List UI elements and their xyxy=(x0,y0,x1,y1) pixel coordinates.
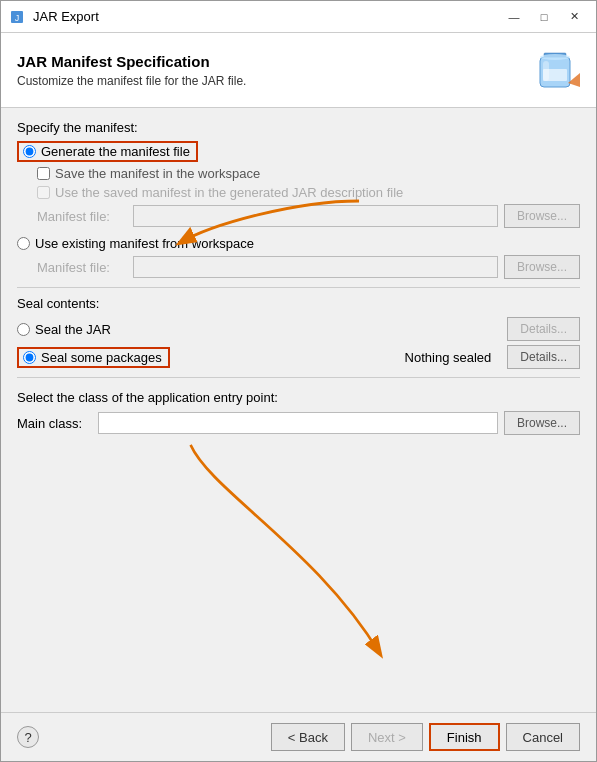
title-bar: J JAR Export — □ ✕ xyxy=(1,1,596,33)
manifest-file-row1: Manifest file: Browse... xyxy=(37,204,580,228)
seal-packages-label: Seal some packages xyxy=(41,350,162,365)
seal-jar-row: Seal the JAR Details... xyxy=(17,317,580,341)
footer-right: < Back Next > Finish Cancel xyxy=(271,723,580,751)
header-section: JAR Manifest Specification Customize the… xyxy=(1,33,596,108)
manifest-section-label: Specify the manifest: xyxy=(17,120,580,135)
main-class-input[interactable] xyxy=(98,412,498,434)
manifest-file-label1: Manifest file: xyxy=(37,209,127,224)
nothing-sealed-status: Nothing sealed xyxy=(405,350,492,365)
generate-manifest-option[interactable]: Generate the manifest file xyxy=(17,141,580,162)
title-bar-left: J JAR Export xyxy=(9,9,99,25)
divider1 xyxy=(17,287,580,288)
back-button[interactable]: < Back xyxy=(271,723,345,751)
use-existing-radio[interactable] xyxy=(17,237,30,250)
jar-export-window: J JAR Export — □ ✕ JAR Manifest Specific… xyxy=(0,0,597,762)
jar-icon xyxy=(530,45,580,95)
browse-button-2[interactable]: Browse... xyxy=(504,255,580,279)
save-manifest-label: Save the manifest in the workspace xyxy=(55,166,260,181)
seal-jar-details-button[interactable]: Details... xyxy=(507,317,580,341)
use-saved-label: Use the saved manifest in the generated … xyxy=(55,185,403,200)
svg-text:J: J xyxy=(15,13,20,23)
manifest-file-label2: Manifest file: xyxy=(37,260,127,275)
title-bar-controls: — □ ✕ xyxy=(500,6,588,28)
page-title: JAR Manifest Specification xyxy=(17,53,246,70)
save-manifest-row[interactable]: Save the manifest in the workspace xyxy=(37,166,580,181)
manifest-file-input2[interactable] xyxy=(133,256,498,278)
seal-jar-left[interactable]: Seal the JAR xyxy=(17,322,111,337)
seal-packages-details-button[interactable]: Details... xyxy=(507,345,580,369)
page-subtitle: Customize the manifest file for the JAR … xyxy=(17,74,246,88)
seal-packages-row: Seal some packages Nothing sealed Detail… xyxy=(17,345,580,369)
close-button[interactable]: ✕ xyxy=(560,6,588,28)
use-saved-row[interactable]: Use the saved manifest in the generated … xyxy=(37,185,580,200)
header-text: JAR Manifest Specification Customize the… xyxy=(17,53,246,88)
window-icon: J xyxy=(9,9,25,25)
main-class-label: Main class: xyxy=(17,416,92,431)
seal-section: Seal contents: Seal the JAR Details... S… xyxy=(17,296,580,369)
maximize-button[interactable]: □ xyxy=(530,6,558,28)
entry-section: Select the class of the application entr… xyxy=(17,390,580,435)
seal-packages-left[interactable]: Seal some packages xyxy=(17,347,170,368)
divider2 xyxy=(17,377,580,378)
use-saved-checkbox[interactable] xyxy=(37,186,50,199)
content-area: Specify the manifest: Generate the manif… xyxy=(1,108,596,712)
footer: ? < Back Next > Finish Cancel xyxy=(1,712,596,761)
svg-point-4 xyxy=(540,54,570,60)
next-button[interactable]: Next > xyxy=(351,723,423,751)
manifest-file-row2: Manifest file: Browse... xyxy=(37,255,580,279)
seal-packages-radio[interactable] xyxy=(23,351,36,364)
help-button[interactable]: ? xyxy=(17,726,39,748)
seal-packages-right: Nothing sealed Details... xyxy=(405,345,580,369)
entry-section-label: Select the class of the application entr… xyxy=(17,390,580,405)
generate-manifest-radio-box[interactable]: Generate the manifest file xyxy=(17,141,198,162)
manifest-section: Specify the manifest: Generate the manif… xyxy=(17,120,580,279)
svg-rect-6 xyxy=(543,69,567,81)
generate-manifest-radio[interactable] xyxy=(23,145,36,158)
seal-packages-radio-box[interactable]: Seal some packages xyxy=(17,347,170,368)
use-existing-option[interactable]: Use existing manifest from workspace xyxy=(17,236,580,251)
cancel-button[interactable]: Cancel xyxy=(506,723,580,751)
seal-jar-label: Seal the JAR xyxy=(35,322,111,337)
use-existing-label: Use existing manifest from workspace xyxy=(35,236,254,251)
seal-jar-radio[interactable] xyxy=(17,323,30,336)
minimize-button[interactable]: — xyxy=(500,6,528,28)
finish-button[interactable]: Finish xyxy=(429,723,500,751)
window-title: JAR Export xyxy=(33,9,99,24)
save-manifest-checkbox[interactable] xyxy=(37,167,50,180)
main-class-row: Main class: Browse... xyxy=(17,411,580,435)
manifest-file-input1[interactable] xyxy=(133,205,498,227)
browse-button-1[interactable]: Browse... xyxy=(504,204,580,228)
main-class-browse-button[interactable]: Browse... xyxy=(504,411,580,435)
generate-manifest-label: Generate the manifest file xyxy=(41,144,190,159)
seal-section-label: Seal contents: xyxy=(17,296,580,311)
footer-left: ? xyxy=(17,726,39,748)
